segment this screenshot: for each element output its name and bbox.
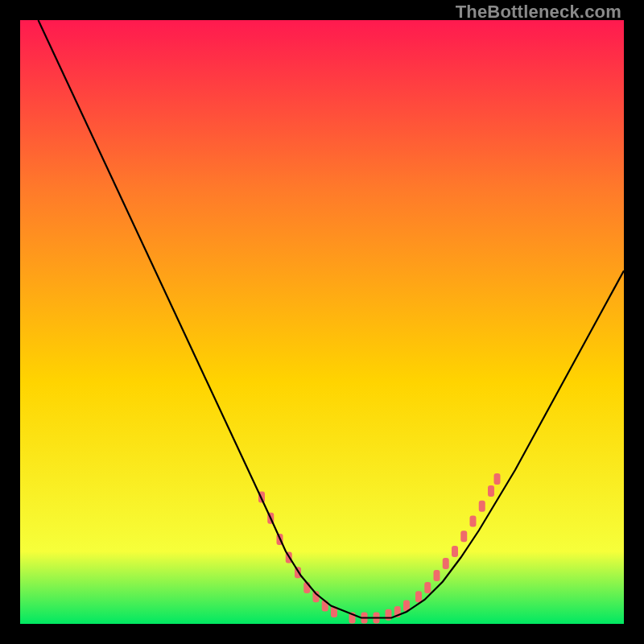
curve-marker [452, 546, 458, 557]
curve-marker [434, 570, 440, 581]
curve-marker [424, 582, 431, 593]
watermark-text: TheBottleneck.com [456, 2, 621, 23]
chart-frame [20, 20, 624, 624]
curve-marker [443, 558, 449, 569]
curve-marker [415, 591, 422, 602]
curve-marker [460, 530, 467, 542]
curve-marker [494, 473, 501, 485]
curve-marker [479, 501, 485, 512]
curve-marker [488, 485, 494, 497]
curve-marker [386, 609, 392, 621]
curve-marker [470, 516, 477, 527]
bottleneck-chart [20, 20, 624, 624]
gradient-background [20, 20, 624, 624]
